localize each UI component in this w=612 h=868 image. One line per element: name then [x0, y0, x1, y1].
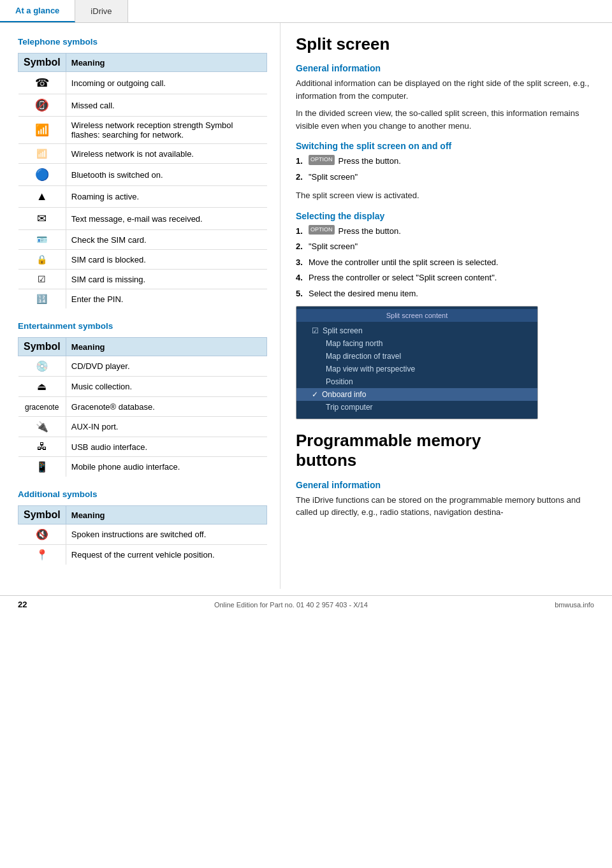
table-row: 📶 Wireless network is not available. [18, 144, 267, 164]
additional-symbols-title: Additional symbols [18, 489, 267, 499]
symbol-cell: 🪪 [18, 230, 66, 250]
entertainment-symbols-table: Symbol Meaning 💿 CD/DVD player. ⏏ Music … [18, 337, 267, 477]
list-item: 3. Move the controller until the split s… [296, 256, 594, 269]
screen-item-highlighted: ✓ Onboard info [296, 388, 537, 401]
symbol-cell: gracenote [18, 397, 66, 417]
col-meaning-header: Meaning [66, 54, 266, 72]
main-content: Telephone symbols Symbol Meaning ☎ Incom… [0, 23, 612, 589]
entertainment-symbols-title: Entertainment symbols [18, 321, 267, 331]
selecting-steps: 1. OPTION Press the button. 2. "Split sc… [296, 225, 594, 300]
table-row: 🖧 USB audio interface. [18, 437, 267, 457]
table-row: ☑ SIM card is missing. [18, 270, 267, 289]
screen-item: Trip computer [296, 401, 537, 414]
table-row: 📶 Wireless network reception strength Sy… [18, 117, 267, 144]
list-item: 2. "Split screen" [296, 171, 594, 184]
top-nav: At a glance iDrive [0, 0, 612, 23]
table-row: 🪪 Check the SIM card. [18, 230, 267, 250]
telephone-symbols-table: Symbol Meaning ☎ Incoming or outgoing ca… [18, 53, 267, 308]
table-row: 🔌 AUX-IN port. [18, 417, 267, 437]
meaning-cell: Roaming is active. [66, 186, 266, 208]
screen-item: Map view with perspective [296, 363, 537, 375]
split-screen-heading: Split screen [296, 34, 594, 54]
symbol-cell: ▲ [18, 186, 66, 208]
meaning-cell: Spoken instructions are switched off. [66, 524, 266, 545]
tab-label-idrive: iDrive [91, 6, 112, 16]
screen-item: Map direction of travel [296, 350, 537, 363]
table-row: 🔒 SIM card is blocked. [18, 250, 267, 270]
screen-diagram: Split screen content ☑ Split screen Map … [296, 306, 538, 419]
table-row: ⏏ Music collection. [18, 377, 267, 397]
general-info-text-1: Additional information can be displayed … [296, 77, 594, 102]
table-row: ✉ Text message, e-mail was received. [18, 208, 267, 230]
table-row: 🔢 Enter the PIN. [18, 289, 267, 309]
table-row: 💿 CD/DVD player. [18, 356, 267, 377]
screen-diagram-title: Split screen content [296, 309, 537, 322]
switching-note: The split screen view is activated. [296, 189, 594, 202]
option-icon-2: OPTION [309, 225, 335, 235]
general-info-title-1: General information [296, 63, 594, 73]
tab-at-a-glance[interactable]: At a glance [0, 0, 75, 22]
meaning-cell: Gracenote® database. [66, 397, 266, 417]
symbol-cell: ⏏ [18, 377, 66, 397]
meaning-cell: CD/DVD player. [66, 356, 266, 377]
meaning-cell: Mobile phone audio interface. [66, 457, 266, 477]
meaning-cell: Incoming or outgoing call. [66, 72, 266, 94]
meaning-cell: SIM card is blocked. [66, 250, 266, 270]
table-row: 🔵 Bluetooth is switched on. [18, 164, 267, 186]
symbol-cell: 🔇 [18, 524, 66, 545]
symbol-cell: 📱 [18, 457, 66, 477]
footer-site: bmwusa.info [555, 601, 594, 609]
table-row: ☎ Incoming or outgoing call. [18, 72, 267, 94]
telephone-symbols-title: Telephone symbols [18, 37, 267, 47]
symbol-cell: 🖧 [18, 437, 66, 457]
list-item: 1. OPTION Press the button. [296, 155, 594, 168]
meaning-cell: Missed call. [66, 94, 266, 117]
list-item: 4. Press the controller or select "Split… [296, 271, 594, 284]
col-symbol-header: Symbol [18, 338, 66, 356]
symbol-cell: 📶 [18, 117, 66, 144]
table-row: ▲ Roaming is active. [18, 186, 267, 208]
meaning-cell: AUX-IN port. [66, 417, 266, 437]
symbol-cell: 📶 [18, 144, 66, 164]
general-info-title-2: General information [296, 480, 594, 490]
meaning-cell: Text message, e-mail was received. [66, 208, 266, 230]
symbol-cell: 💿 [18, 356, 66, 377]
table-row: 📵 Missed call. [18, 94, 267, 117]
meaning-cell: SIM card is missing. [66, 270, 266, 289]
footer: 22 Online Edition for Part no. 01 40 2 9… [0, 595, 612, 613]
meaning-cell: Enter the PIN. [66, 289, 266, 309]
additional-symbols-table: Symbol Meaning 🔇 Spoken instructions are… [18, 505, 267, 565]
list-item: 2. "Split screen" [296, 240, 594, 253]
check-icon: ☑ [312, 326, 319, 335]
table-row: 📱 Mobile phone audio interface. [18, 457, 267, 477]
col-meaning-header: Meaning [66, 338, 266, 356]
selecting-title: Selecting the display [296, 211, 594, 221]
checkmark: ✓ [312, 390, 318, 399]
list-item: 1. OPTION Press the button. [296, 225, 594, 238]
meaning-cell: Wireless network reception strength Symb… [66, 117, 266, 144]
general-info-text-2: In the divided screen view, the so-calle… [296, 107, 594, 132]
col-meaning-header: Meaning [66, 506, 266, 524]
meaning-cell: Wireless network is not available. [66, 144, 266, 164]
symbol-cell: 📵 [18, 94, 66, 117]
table-row: gracenote Gracenote® database. [18, 397, 267, 417]
screen-item: ☑ Split screen [296, 324, 537, 337]
switching-title: Switching the split screen on and off [296, 141, 594, 151]
symbol-cell: ✉ [18, 208, 66, 230]
programmable-buttons-heading: Programmable memorybuttons [296, 431, 594, 470]
meaning-cell: Check the SIM card. [66, 230, 266, 250]
table-row: 📍 Request of the current vehicle positio… [18, 545, 267, 565]
meaning-cell: USB audio interface. [66, 437, 266, 457]
switching-steps: 1. OPTION Press the button. 2. "Split sc… [296, 155, 594, 183]
meaning-cell: Bluetooth is switched on. [66, 164, 266, 186]
meaning-cell: Music collection. [66, 377, 266, 397]
symbol-cell: ☑ [18, 270, 66, 289]
page-number: 22 [18, 600, 27, 609]
tab-idrive[interactable]: iDrive [75, 0, 127, 22]
symbol-cell: 🔌 [18, 417, 66, 437]
symbol-cell: ☎ [18, 72, 66, 94]
symbol-cell: 📍 [18, 545, 66, 565]
col-symbol-header: Symbol [18, 506, 66, 524]
symbol-cell: 🔢 [18, 289, 66, 309]
screen-item: Position [296, 375, 537, 388]
